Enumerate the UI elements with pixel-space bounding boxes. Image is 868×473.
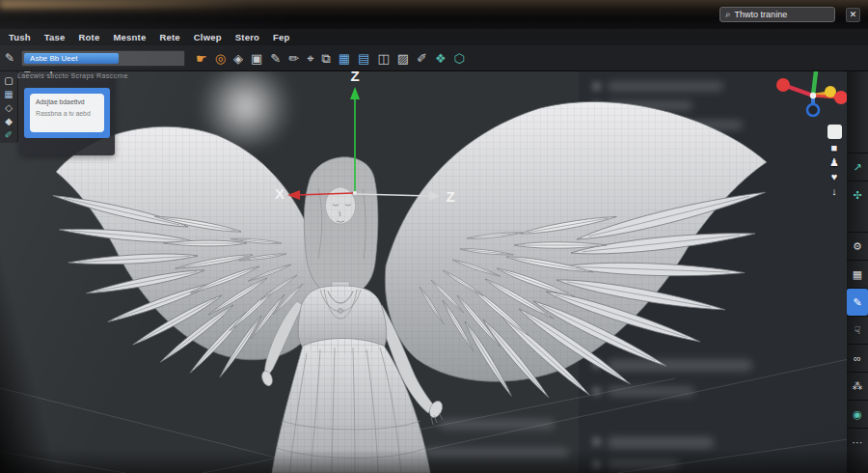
menu-item-2[interactable]: Rote	[79, 32, 100, 42]
app-window: Z X Z ⌕ Thwto tranine ✕ Tush Tase	[0, 0, 868, 473]
cylinder-icon[interactable]: ◫	[377, 52, 389, 65]
search-value: Thwto tranine	[735, 10, 788, 19]
sphere-axes-icon[interactable]: ⬡	[454, 52, 465, 65]
nav-ball-x2[interactable]	[834, 91, 848, 104]
favorite-icon[interactable]: ♥	[831, 172, 838, 182]
settings-icon[interactable]: ⚙	[847, 232, 868, 260]
frame-icon[interactable]: ▣	[251, 52, 262, 65]
dropdown-popup: Adsjtae bdaettvd Rassbna a tv aebd	[30, 94, 104, 132]
beads-icon[interactable]: ⁂	[847, 372, 868, 400]
viewport-side-rail: ■ ♟ ♥ ↓	[829, 143, 839, 197]
menu-item-3[interactable]: Mesnte	[113, 32, 146, 42]
menu-item-0[interactable]: Tush	[9, 32, 31, 42]
menu-item-7[interactable]: Fep	[273, 32, 290, 42]
snap-target-icon[interactable]: ⌖	[307, 52, 313, 65]
grid-tool-icon[interactable]: ▦	[4, 90, 13, 99]
main-toolbar: ✎ Asbe Bb Ueet ☛ ◎ ◈ ▣ ✎ ✏ ⌖ ⧉ ▦ ▤ ◫ ▨ ✐…	[0, 45, 868, 71]
popup-option-0[interactable]: Adsjtae bdaettvd	[36, 98, 98, 105]
pen-tool-icon[interactable]: ✎	[847, 288, 868, 316]
snapshot-icon[interactable]: ■	[831, 143, 838, 153]
canvas-icon[interactable]: ▢	[4, 76, 13, 86]
globe-icon[interactable]: ◉	[847, 400, 868, 428]
lock-icon[interactable]: ◈	[233, 52, 243, 65]
toolbar-icons: ☛ ◎ ◈ ▣ ✎ ✏ ⌖ ⧉ ▦ ▤ ◫ ▨ ✐ ❖ ⬡	[196, 52, 465, 65]
popup-option-1[interactable]: Rassbna a tv aebd	[36, 110, 98, 117]
texture-icon[interactable]: ▦	[339, 52, 350, 65]
left-tool-rail: ✎ ▢ ▦ ◇ ◆ ✐	[0, 60, 18, 143]
background-row-blurred	[424, 449, 569, 458]
group-icon[interactable]: ❖	[435, 52, 447, 65]
object-dropdown[interactable]: Asbe Bb Ueet	[21, 50, 185, 67]
link-icon[interactable]: ∞	[847, 344, 868, 372]
menubar: Tush Tase Rote Mesnte Rete Clwep Stero F…	[0, 29, 868, 45]
dropdown-value: Asbe Bb Ueet	[30, 54, 77, 63]
menu-item-5[interactable]: Clwep	[194, 32, 222, 42]
label-pen-icon[interactable]: ✏	[288, 52, 299, 65]
move-tool-icon[interactable]: ◇	[5, 103, 13, 113]
hand-tool-icon[interactable]: ☟	[847, 316, 868, 344]
redo-arrow-icon[interactable]: ↗	[847, 153, 868, 181]
grid-icon[interactable]: ▤	[358, 52, 369, 65]
menu-item-6[interactable]: Stero	[235, 32, 259, 42]
menu-item-1[interactable]: Tase	[44, 32, 66, 42]
user-icon[interactable]: ♟	[829, 157, 839, 168]
image-icon[interactable]: ▨	[397, 52, 409, 65]
orbit-icon[interactable]: ◎	[215, 52, 226, 65]
nav-ball-z[interactable]	[807, 104, 819, 116]
pan-hand-icon[interactable]: ☛	[196, 52, 207, 65]
view-snapshot-button[interactable]	[827, 125, 842, 139]
background-row-blurred	[439, 420, 555, 429]
magnifier-icon: ⌕	[725, 9, 731, 20]
status-text: Laecwis sbccto Scraps Rasccrne	[17, 72, 128, 79]
move-axes-icon[interactable]: ✣	[847, 181, 868, 209]
search-input[interactable]: ⌕ Thwto tranine	[719, 7, 835, 22]
axis-label-right: Z	[446, 188, 454, 205]
options-panel-body: Adsjtae bdaettvd Rassbna a tv aebd	[19, 76, 115, 155]
download-icon[interactable]: ↓	[831, 186, 837, 197]
draw-tool-icon[interactable]: ✐	[5, 130, 13, 140]
axis-label-left: X	[275, 185, 285, 202]
monitor-bezel: ⌕ Thwto tranine ✕	[0, 0, 868, 29]
more-icon[interactable]: ⋯	[847, 428, 868, 456]
rotate-tool-icon[interactable]: ◆	[5, 117, 13, 126]
nav-ball-x[interactable]	[776, 78, 790, 92]
pen-icon[interactable]: ✎	[270, 52, 281, 65]
duplicate-icon[interactable]: ⧉	[322, 52, 331, 65]
close-button[interactable]: ✕	[846, 8, 860, 22]
grid-squares-icon[interactable]: ▦	[847, 260, 868, 288]
menu-item-4[interactable]: Rete	[159, 32, 179, 42]
brush-icon[interactable]: ✐	[417, 52, 427, 65]
nav-ball-w[interactable]	[825, 86, 836, 97]
pen-icon[interactable]: ✎	[5, 51, 14, 65]
